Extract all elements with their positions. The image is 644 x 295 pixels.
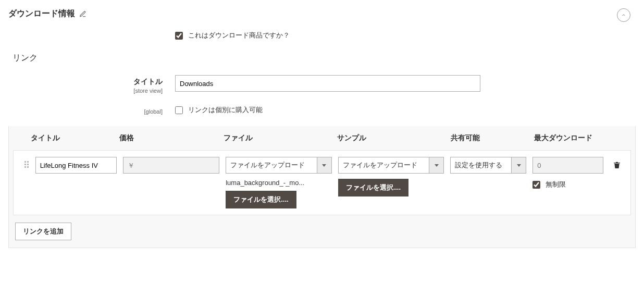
grid-header: タイトル 価格 ファイル サンプル 共有可能 最大ダウンロード <box>9 126 635 150</box>
col-handle-head <box>15 133 31 143</box>
col-sample-head: サンプル <box>337 133 451 143</box>
links-purchasable-label: リンクは個別に購入可能 <box>188 105 263 115</box>
grid-footer: リンクを追加 <box>9 215 635 248</box>
share-arrow[interactable] <box>512 157 526 174</box>
trash-icon[interactable] <box>613 160 621 169</box>
chevron-down-icon <box>517 164 521 167</box>
drag-handle-icon <box>24 161 31 170</box>
purchasable-label-col: [global] <box>8 105 163 115</box>
sample-mode-label: ファイルをアップロード <box>338 157 429 174</box>
chevron-down-icon <box>435 164 439 167</box>
max-downloads-input <box>532 157 603 174</box>
col-del-head <box>612 133 627 143</box>
file-mode-label: ファイルをアップロード <box>226 157 317 174</box>
purchasable-row: [global] リンクは個別に購入可能 <box>8 105 636 115</box>
add-link-button[interactable]: リンクを追加 <box>15 223 71 240</box>
spacer <box>8 31 163 33</box>
unlimited-wrap: 無制限 <box>532 180 603 189</box>
is-downloadable-label: これはダウンロード商品ですか？ <box>188 31 290 40</box>
section-title: ダウンロード情報 <box>8 8 75 19</box>
chevron-down-icon <box>322 164 326 167</box>
unlimited-label: 無制限 <box>546 180 566 189</box>
col-title-head: タイトル <box>31 133 119 143</box>
collapse-button[interactable] <box>617 8 630 22</box>
links-title-field <box>175 75 636 92</box>
row-delete-cell <box>610 157 624 169</box>
table-row: ファイルをアップロード luma_background_-_mo... ファイル… <box>13 150 631 215</box>
links-title-scope: [store view] <box>8 88 163 94</box>
links-title-row: タイトル [store view] <box>8 75 636 94</box>
row-sample-cell: ファイルをアップロード ファイルを選択.... <box>338 157 450 196</box>
downloadable-block: これはダウンロード商品ですか？ <box>8 31 636 40</box>
file-mode-select[interactable]: ファイルをアップロード <box>226 157 331 174</box>
file-name-text: luma_background_-_mo... <box>226 179 325 187</box>
row-price-cell <box>123 157 226 174</box>
purchasable-scope: [global] <box>8 108 163 115</box>
row-max-cell: 無制限 <box>532 157 610 189</box>
links-grid: タイトル 価格 ファイル サンプル 共有可能 最大ダウンロード ファイルをアップ… <box>8 126 636 248</box>
col-share-head: 共有可能 <box>451 133 534 143</box>
share-select[interactable]: 設定を使用する <box>450 157 526 174</box>
row-title-cell <box>35 157 123 174</box>
col-file-head: ファイル <box>224 133 337 143</box>
file-mode-arrow[interactable] <box>317 157 332 174</box>
chevron-up-icon <box>621 13 626 18</box>
row-price-input <box>123 157 220 174</box>
links-title-label: タイトル <box>8 77 163 87</box>
section-title-wrap: ダウンロード情報 <box>8 8 86 19</box>
links-purchasable-checkbox[interactable] <box>175 106 183 114</box>
pencil-icon[interactable] <box>79 10 86 18</box>
links-title-input[interactable] <box>175 75 480 92</box>
sample-choose-button[interactable]: ファイルを選択.... <box>338 179 408 196</box>
is-downloadable-checkbox[interactable] <box>175 32 183 40</box>
col-price-head: 価格 <box>119 133 224 143</box>
row-handle[interactable] <box>20 157 35 170</box>
section-header: ダウンロード情報 <box>8 5 636 31</box>
sample-mode-select[interactable]: ファイルをアップロード <box>338 157 444 174</box>
unlimited-checkbox[interactable] <box>532 181 540 189</box>
purchasable-field: リンクは個別に購入可能 <box>175 105 636 115</box>
sample-mode-arrow[interactable] <box>429 157 444 174</box>
file-choose-button[interactable]: ファイルを選択.... <box>226 191 296 208</box>
col-max-head: 最大ダウンロード <box>534 133 612 143</box>
row-file-cell: ファイルをアップロード luma_background_-_mo... ファイル… <box>226 157 338 208</box>
share-label: 設定を使用する <box>450 157 512 174</box>
links-title-label-col: タイトル [store view] <box>8 75 163 94</box>
downloadable-row: これはダウンロード商品ですか？ <box>8 31 636 40</box>
links-heading: リンク <box>13 53 636 64</box>
row-share-cell: 設定を使用する <box>450 157 532 174</box>
row-title-input[interactable] <box>35 157 117 174</box>
downloadable-field: これはダウンロード商品ですか？ <box>175 31 636 40</box>
